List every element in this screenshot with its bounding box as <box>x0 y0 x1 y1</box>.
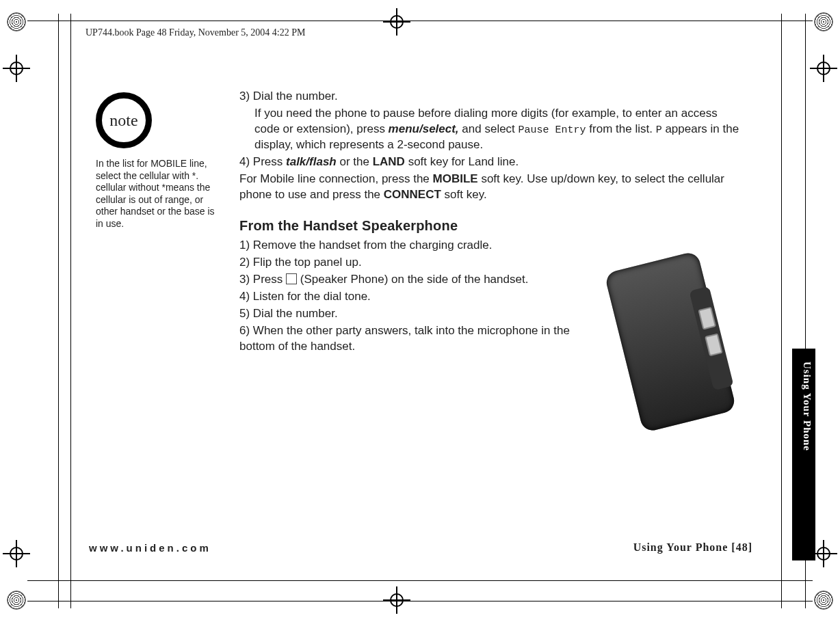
text: (Speaker Phone) on the side of the hands… <box>300 273 529 286</box>
menu-select-key: menu/select, <box>389 122 459 135</box>
text: or the <box>339 155 372 168</box>
step-4: 4) Press talk/flash or the LAND soft key… <box>239 154 746 170</box>
frame-line <box>27 580 813 581</box>
spk-step-6: 6) When the other party answers, talk in… <box>239 323 595 355</box>
spk-step-2: 2) Flip the top panel up. <box>239 255 595 271</box>
note-icon-label: note <box>96 92 152 148</box>
running-head: UP744.book Page 48 Friday, November 5, 2… <box>86 27 305 38</box>
handset-illustration <box>595 246 752 444</box>
crop-mark-top-left <box>7 12 26 31</box>
land-softkey: LAND <box>373 155 405 168</box>
connect-softkey: CONNECT <box>384 188 441 201</box>
mobile-softkey: MOBILE <box>433 172 478 185</box>
crop-mark-bottom-right <box>814 591 833 610</box>
registration-mark-right <box>810 55 837 82</box>
text: 3) Press <box>239 273 286 286</box>
p-indicator: P <box>656 124 662 136</box>
text: soft key. <box>445 188 487 201</box>
frame-line <box>70 14 71 608</box>
footer-url: www.uniden.com <box>89 542 211 554</box>
note-text: In the list for MOBILE line, select the … <box>96 158 219 230</box>
text: soft key for Land line. <box>408 155 519 168</box>
text: For Mobile line connection, press the <box>239 172 433 185</box>
frame-line <box>58 14 59 608</box>
step-3-lead: 3) Dial the number. <box>239 89 746 105</box>
speaker-phone-icon <box>286 273 297 284</box>
page-body: note In the list for MOBILE line, select… <box>89 82 752 560</box>
spk-step-5: 5) Dial the number. <box>239 306 595 322</box>
section-heading: From the Handset Speakerphone <box>239 218 746 234</box>
pause-entry-option: Pause Entry <box>519 124 586 136</box>
talk-flash-key: talk/flash <box>286 155 337 168</box>
frame-line <box>27 601 813 601</box>
spk-step-3: 3) Press (Speaker Phone) on the side of … <box>239 272 595 288</box>
spk-step-4: 4) Listen for the dial tone. <box>239 289 595 305</box>
text: from the list. <box>589 122 655 135</box>
main-column: 3) Dial the number. If you need the phon… <box>239 89 746 355</box>
sidebar-note: note In the list for MOBILE line, select… <box>96 92 219 230</box>
registration-mark-left-bottom <box>3 540 30 567</box>
footer-page-label: Using Your Phone [48] <box>633 541 752 554</box>
section-tab-label: Using Your Phone <box>801 362 813 451</box>
crop-mark-bottom-left <box>7 591 26 610</box>
step-3-body: If you need the phone to pause before di… <box>239 106 746 153</box>
frame-line <box>781 14 782 608</box>
spk-step-1: 1) Remove the handset from the charging … <box>239 238 595 254</box>
text: 4) Press <box>239 155 286 168</box>
text: and select <box>462 122 518 135</box>
registration-mark-bottom <box>383 586 410 614</box>
mobile-line-note: For Mobile line connection, press the MO… <box>239 172 746 203</box>
frame-line <box>27 21 813 21</box>
note-icon: note <box>96 92 152 148</box>
crop-mark-top-right <box>814 12 833 31</box>
registration-mark-left <box>3 55 30 82</box>
registration-mark-top <box>383 8 410 36</box>
